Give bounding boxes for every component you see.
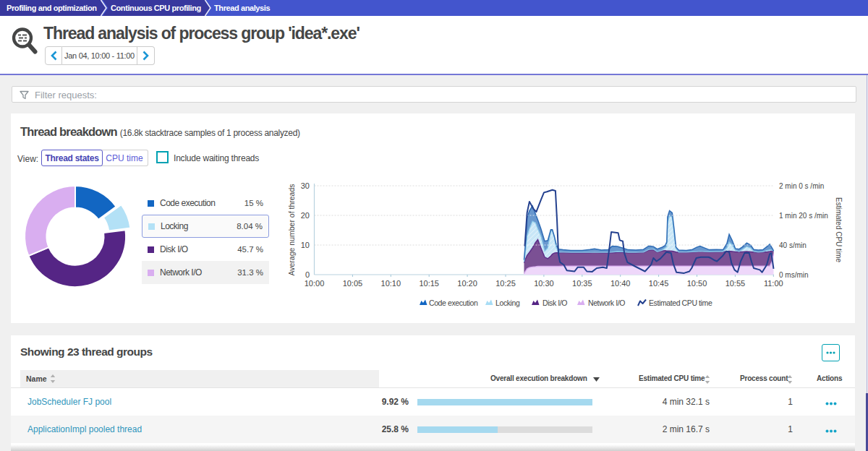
svg-text:20: 20: [301, 211, 310, 220]
svg-text:10:05: 10:05: [343, 279, 363, 288]
svg-text:Code execution: Code execution: [429, 298, 478, 307]
svg-text:Estimated CPU time: Estimated CPU time: [649, 298, 712, 307]
svg-text:10:30: 10:30: [534, 279, 554, 288]
svg-text:Average number of threads: Average number of threads: [287, 184, 296, 275]
svg-text:10:10: 10:10: [381, 279, 401, 288]
svg-text:40 s/min: 40 s/min: [779, 241, 807, 249]
svg-text:Estimated CPU time: Estimated CPU time: [835, 197, 843, 262]
svg-text:10:45: 10:45: [649, 279, 669, 288]
svg-text:Locking: Locking: [495, 298, 520, 307]
svg-text:10: 10: [301, 241, 310, 249]
svg-text:1 min 20 s /min: 1 min 20 s /min: [779, 212, 828, 220]
svg-text:2 min 0 s /min: 2 min 0 s /min: [779, 182, 824, 190]
svg-text:10:25: 10:25: [495, 279, 516, 288]
svg-text:10:40: 10:40: [610, 279, 631, 288]
svg-text:10:15: 10:15: [419, 279, 439, 288]
svg-text:Disk I/O: Disk I/O: [542, 298, 567, 307]
svg-text:10:20: 10:20: [457, 279, 477, 288]
svg-text:Network I/O: Network I/O: [588, 298, 625, 307]
svg-text:10:35: 10:35: [572, 279, 592, 288]
svg-text:0 ms/min: 0 ms/min: [779, 271, 809, 279]
svg-text:0: 0: [305, 270, 310, 279]
svg-text:10:55: 10:55: [726, 279, 746, 288]
svg-text:10:50: 10:50: [687, 279, 707, 288]
svg-text:10:00: 10:00: [305, 279, 325, 288]
svg-text:11:00: 11:00: [764, 279, 783, 288]
svg-text:30: 30: [301, 181, 310, 190]
